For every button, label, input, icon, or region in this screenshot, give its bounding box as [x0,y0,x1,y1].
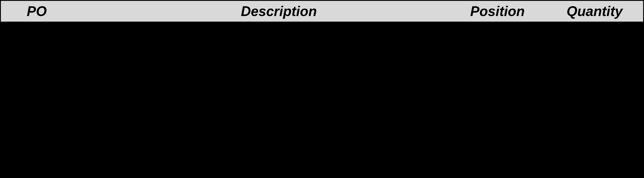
column-header-quantity: Quantity [546,3,643,19]
column-header-description: Description [109,3,449,19]
table-container: PO Description Position Quantity [0,0,644,178]
column-header-position: Position [449,3,546,19]
column-header-po: PO [1,3,109,19]
table-body [1,23,643,177]
table-header-row: PO Description Position Quantity [1,1,643,23]
